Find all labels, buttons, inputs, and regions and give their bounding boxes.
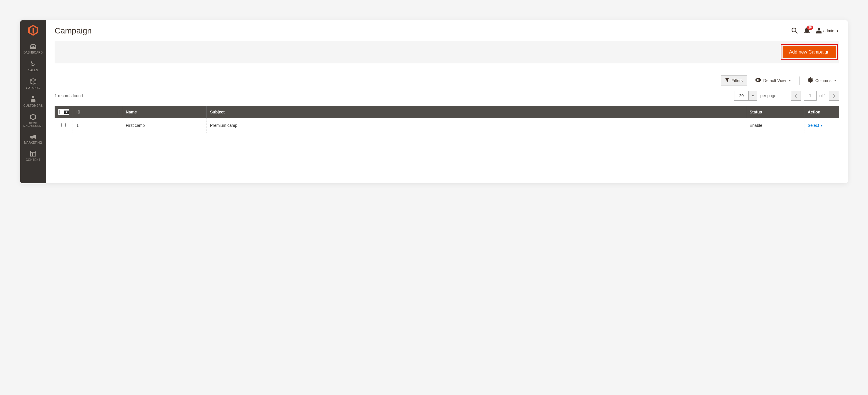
cell-subject: Premium camp [206, 118, 746, 133]
action-bar: Add new Campaign [55, 41, 839, 64]
view-label: Default View [764, 78, 786, 83]
col-status[interactable]: Status [746, 106, 804, 118]
data-grid: ▼ ID ↓ Name Subject Status Action [55, 106, 839, 133]
nav-label: CATALOG [26, 86, 40, 90]
gauge-icon [20, 44, 46, 50]
select-all-checkbox[interactable]: ▼ [58, 109, 69, 115]
page-number [804, 91, 816, 101]
row-checkbox-cell [55, 118, 73, 133]
nav-label: CONTENT [26, 158, 40, 162]
table-header-row: ▼ ID ↓ Name Subject Status Action [55, 106, 839, 118]
col-subject[interactable]: Subject [206, 106, 746, 118]
chevron-left-icon: ❮ [794, 93, 798, 98]
sort-arrow-icon: ↓ [117, 110, 119, 114]
gear-icon [808, 77, 813, 83]
page-number-input[interactable] [804, 91, 816, 101]
nav-label: DEMO MANAGEMENT [20, 122, 46, 128]
nav-label: DASHBOARD [24, 51, 43, 54]
caret-down-icon: ▼ [836, 29, 839, 33]
prev-page-button[interactable]: ❮ [791, 91, 801, 101]
layout-icon [20, 151, 46, 157]
filters-button[interactable]: Filters [721, 75, 747, 86]
records-found: 1 records found [55, 93, 83, 98]
eye-icon [755, 78, 761, 83]
row-action-select[interactable]: Select ▼ [808, 123, 823, 128]
header-tools: 26 admin ▼ [791, 27, 839, 35]
next-page-button[interactable]: ❯ [829, 91, 839, 101]
caret-down-icon: ▼ [64, 111, 69, 114]
columns-label: Columns [815, 78, 831, 83]
nav-catalog[interactable]: CATALOG [20, 75, 46, 93]
user-name: admin [823, 29, 834, 33]
page-size-selector[interactable]: ▼ [734, 91, 757, 101]
nav-customers[interactable]: CUSTOMERS [20, 93, 46, 111]
person-icon [20, 96, 46, 103]
svg-line-1 [795, 31, 798, 33]
add-campaign-button[interactable]: Add new Campaign [783, 46, 836, 58]
nav-demo-management[interactable]: DEMO MANAGEMENT [20, 111, 46, 131]
row-checkbox[interactable] [61, 123, 66, 127]
nav-marketing[interactable]: MARKETING [20, 131, 46, 148]
page-header: Campaign 26 admin ▼ [46, 20, 848, 35]
sidebar: DASHBOARD SALES CATALOG CUSTOMERS DEMO M… [20, 20, 46, 183]
checkbox-icon [59, 110, 63, 114]
cell-id: 1 [73, 118, 122, 133]
view-selector[interactable]: Default View ▼ [753, 78, 794, 83]
box-icon [20, 78, 46, 85]
cell-action: Select ▼ [804, 118, 839, 133]
select-all-header[interactable]: ▼ [55, 106, 73, 118]
app-window: DASHBOARD SALES CATALOG CUSTOMERS DEMO M… [20, 20, 848, 183]
per-page-label: per page [760, 93, 776, 98]
search-icon [791, 27, 798, 35]
caret-down-icon: ▼ [751, 94, 754, 97]
grid-toolbar: Filters Default View ▼ Columns ▼ [55, 75, 839, 86]
dollar-icon [20, 60, 46, 67]
of-label: of 1 [819, 93, 826, 98]
filters-label: Filters [732, 78, 743, 83]
nav-label: SALES [28, 69, 38, 72]
cell-status: Enable [746, 118, 804, 133]
page-title: Campaign [55, 26, 92, 35]
caret-down-icon: ▼ [788, 79, 791, 82]
caret-down-icon: ▼ [820, 124, 823, 127]
page-size-input[interactable] [734, 91, 749, 101]
grid-bar: 1 records found ▼ per page ❮ of 1 [55, 91, 839, 101]
nav-label: CUSTOMERS [24, 104, 43, 107]
funnel-icon [725, 78, 729, 83]
user-menu[interactable]: admin ▼ [816, 28, 839, 34]
user-icon [816, 28, 822, 34]
table-row: 1 First camp Premium camp Enable Select … [55, 118, 839, 133]
notification-badge: 26 [807, 26, 813, 30]
megaphone-icon [20, 134, 46, 140]
chevron-right-icon: ❯ [832, 93, 836, 98]
cell-name: First camp [122, 118, 206, 133]
nav-sales[interactable]: SALES [20, 58, 46, 75]
nav-content[interactable]: CONTENT [20, 148, 46, 165]
pager: ▼ per page ❮ of 1 ❯ [734, 91, 839, 101]
col-id[interactable]: ID ↓ [73, 106, 122, 118]
col-action: Action [804, 106, 839, 118]
caret-down-icon: ▼ [834, 79, 837, 82]
page-size-dropdown[interactable]: ▼ [749, 91, 757, 101]
main-content: Campaign 26 admin ▼ Add new Campaign [46, 20, 848, 183]
magento-logo-icon[interactable] [28, 25, 38, 37]
hexagon-icon [20, 114, 46, 121]
nav-label: MARKETING [24, 141, 42, 144]
search-button[interactable] [791, 27, 798, 35]
col-name[interactable]: Name [122, 106, 206, 118]
svg-point-0 [792, 28, 796, 32]
columns-selector[interactable]: Columns ▼ [806, 77, 839, 83]
nav-dashboard[interactable]: DASHBOARD [20, 41, 46, 58]
notifications-button[interactable]: 26 [804, 27, 810, 35]
